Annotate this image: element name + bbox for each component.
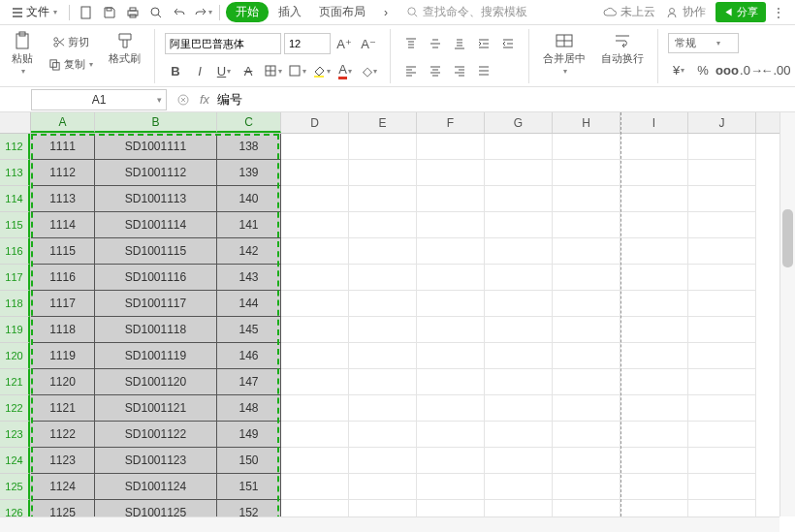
command-search[interactable]: 查找命令、搜索模板 bbox=[406, 4, 527, 20]
column-header-D[interactable]: D bbox=[281, 112, 349, 133]
font-color-button[interactable]: A▾ bbox=[334, 60, 356, 81]
cell[interactable]: SD1001118 bbox=[95, 317, 217, 343]
cell[interactable] bbox=[620, 238, 688, 265]
cell[interactable] bbox=[553, 395, 620, 422]
cell[interactable]: 151 bbox=[217, 474, 281, 500]
row-header[interactable]: 125 bbox=[0, 474, 30, 500]
cell[interactable] bbox=[349, 265, 417, 291]
cell[interactable] bbox=[688, 474, 756, 500]
cell[interactable]: 145 bbox=[217, 317, 281, 343]
cell[interactable] bbox=[553, 291, 620, 317]
column-header-C[interactable]: C bbox=[217, 112, 281, 133]
tab-page-layout[interactable]: 页面布局 bbox=[311, 2, 373, 22]
cell[interactable] bbox=[553, 265, 620, 291]
cell[interactable] bbox=[281, 265, 349, 291]
italic-button[interactable]: I bbox=[189, 60, 210, 81]
cell[interactable]: SD1001124 bbox=[95, 474, 217, 500]
cell[interactable] bbox=[349, 134, 417, 160]
cell[interactable] bbox=[349, 160, 417, 186]
cell[interactable]: 1117 bbox=[31, 291, 95, 317]
cell[interactable] bbox=[349, 317, 417, 343]
decrease-font-button[interactable]: A⁻ bbox=[358, 33, 379, 54]
cell[interactable] bbox=[620, 291, 688, 317]
print-preview-button[interactable] bbox=[145, 2, 167, 23]
cell[interactable] bbox=[553, 317, 620, 343]
row-header[interactable]: 118 bbox=[0, 291, 30, 317]
increase-decimal-button[interactable]: ←.00 bbox=[765, 59, 786, 80]
cell[interactable]: SD1001116 bbox=[95, 265, 217, 291]
cell[interactable] bbox=[553, 369, 620, 395]
cell[interactable] bbox=[417, 474, 485, 500]
cell-style-button[interactable]: ▾ bbox=[286, 60, 307, 81]
cell[interactable] bbox=[281, 343, 349, 369]
font-size-select[interactable] bbox=[284, 33, 331, 54]
cell[interactable]: SD1001119 bbox=[95, 343, 217, 369]
cell[interactable]: SD1001112 bbox=[95, 160, 217, 186]
distribute-button[interactable] bbox=[473, 60, 494, 81]
column-header-B[interactable]: B bbox=[95, 112, 217, 133]
cell[interactable] bbox=[281, 369, 349, 395]
cell[interactable] bbox=[485, 395, 553, 422]
cell[interactable] bbox=[417, 134, 485, 160]
cell[interactable]: 1124 bbox=[31, 474, 95, 500]
cell[interactable]: SD1001120 bbox=[95, 369, 217, 395]
cell[interactable]: SD1001117 bbox=[95, 291, 217, 317]
cell[interactable] bbox=[485, 291, 553, 317]
align-left-button[interactable] bbox=[400, 60, 422, 81]
cell[interactable]: 1121 bbox=[31, 395, 95, 422]
cell[interactable]: 1115 bbox=[31, 238, 95, 265]
align-center-button[interactable] bbox=[425, 60, 446, 81]
vertical-scrollbar[interactable] bbox=[779, 112, 795, 516]
cell[interactable] bbox=[688, 369, 756, 395]
cell[interactable]: 1111 bbox=[31, 134, 95, 160]
cell[interactable] bbox=[688, 343, 756, 369]
column-header-A[interactable]: A bbox=[31, 112, 95, 133]
row-header[interactable]: 122 bbox=[0, 395, 30, 422]
undo-button[interactable] bbox=[169, 2, 190, 23]
cell[interactable] bbox=[417, 422, 485, 448]
cell[interactable] bbox=[620, 395, 688, 422]
print-button[interactable] bbox=[122, 2, 143, 23]
more-tabs-button[interactable]: › bbox=[375, 2, 397, 23]
cell[interactable] bbox=[485, 422, 553, 448]
cell[interactable]: SD1001122 bbox=[95, 422, 217, 448]
row-header[interactable]: 124 bbox=[0, 448, 30, 474]
cell[interactable]: SD1001123 bbox=[95, 448, 217, 474]
column-header-I[interactable]: I bbox=[620, 112, 688, 133]
cell[interactable] bbox=[349, 212, 417, 238]
align-right-button[interactable] bbox=[449, 60, 470, 81]
fill-color-button[interactable]: ▾ bbox=[310, 60, 332, 81]
row-header[interactable]: 113 bbox=[0, 160, 30, 186]
font-name-select[interactable] bbox=[165, 33, 281, 54]
cell[interactable] bbox=[553, 422, 620, 448]
decrease-decimal-button[interactable]: .0→ bbox=[741, 59, 762, 80]
cell[interactable] bbox=[485, 343, 553, 369]
cell[interactable] bbox=[349, 422, 417, 448]
tab-start[interactable]: 开始 bbox=[226, 2, 269, 22]
cell[interactable]: 1119 bbox=[31, 343, 95, 369]
cancel-icon[interactable] bbox=[176, 93, 190, 107]
strike-button[interactable]: A bbox=[238, 60, 259, 81]
cell[interactable] bbox=[417, 369, 485, 395]
currency-button[interactable]: ¥▾ bbox=[668, 59, 689, 80]
border-button[interactable]: ▾ bbox=[262, 60, 283, 81]
cell[interactable] bbox=[620, 343, 688, 369]
cell[interactable]: SD1001114 bbox=[95, 212, 217, 238]
cloud-status[interactable]: 未上云 bbox=[603, 4, 655, 20]
align-bottom-button[interactable] bbox=[449, 33, 470, 54]
cell[interactable] bbox=[553, 160, 620, 186]
tab-insert[interactable]: 插入 bbox=[270, 2, 309, 22]
indent-decrease-button[interactable] bbox=[497, 33, 519, 54]
cell[interactable] bbox=[417, 317, 485, 343]
cell[interactable] bbox=[620, 317, 688, 343]
cell[interactable] bbox=[417, 160, 485, 186]
cell[interactable] bbox=[417, 212, 485, 238]
cell[interactable] bbox=[281, 238, 349, 265]
cell[interactable] bbox=[349, 291, 417, 317]
wrap-text-button[interactable]: 自动换行 bbox=[597, 29, 648, 68]
copy-button[interactable]: 复制▾ bbox=[45, 55, 97, 74]
file-menu-button[interactable]: 文件 ▾ bbox=[6, 2, 63, 22]
cell[interactable] bbox=[620, 186, 688, 212]
cell[interactable] bbox=[553, 448, 620, 474]
clear-format-button[interactable]: ◇▾ bbox=[359, 60, 380, 81]
